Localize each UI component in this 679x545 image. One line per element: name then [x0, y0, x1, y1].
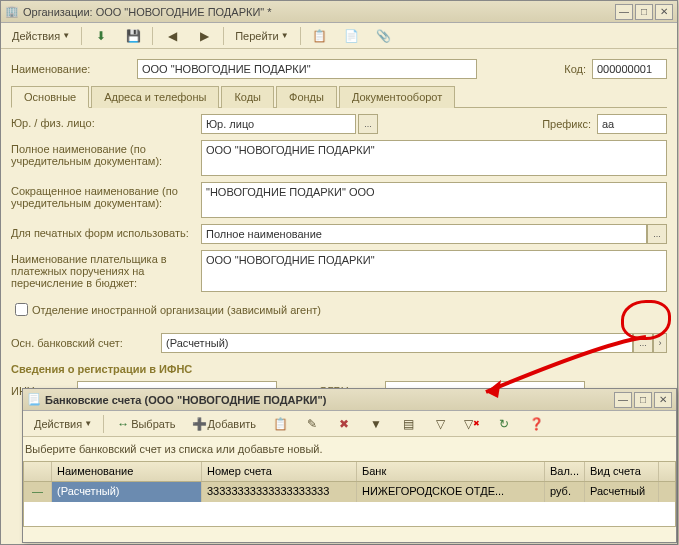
- code-input[interactable]: [592, 59, 667, 79]
- minimize-button[interactable]: —: [615, 4, 633, 20]
- foreign-label: Отделение иностранной организации (завис…: [32, 304, 321, 316]
- save-close-icon[interactable]: ⬇: [86, 26, 116, 46]
- printform-label: Для печатных форм использовать:: [11, 224, 201, 239]
- edit-icon[interactable]: ✎: [297, 414, 327, 434]
- bankacc-picker-button[interactable]: ...: [633, 333, 653, 353]
- copy-icon[interactable]: 📋: [265, 414, 295, 434]
- legal-picker-button[interactable]: ...: [358, 114, 378, 134]
- name-input[interactable]: [137, 59, 477, 79]
- mark-icon[interactable]: ▼: [361, 414, 391, 434]
- tab-main[interactable]: Основные: [11, 86, 89, 108]
- row-number: 33333333333333333333: [202, 482, 357, 502]
- help-icon[interactable]: ❓: [521, 414, 551, 434]
- col-bank[interactable]: Банк: [357, 462, 545, 481]
- legal-input[interactable]: [201, 114, 356, 134]
- report-icon[interactable]: 📋: [305, 26, 335, 46]
- tabs-bar: Основные Адреса и телефоны Коды Фонды До…: [11, 85, 667, 108]
- tab-docflow[interactable]: Документооборот: [339, 86, 455, 108]
- sub-close-button[interactable]: ✕: [654, 392, 672, 408]
- main-toolbar: Действия▼ ⬇ 💾 ◀ ▶ Перейти▼ 📋 📄 📎: [1, 23, 677, 49]
- list-icon: 📃: [27, 393, 41, 407]
- main-titlebar: 🏢 Организации: ООО "НОВОГОДНИЕ ПОДАРКИ" …: [1, 1, 677, 23]
- props-icon[interactable]: ▤: [393, 414, 423, 434]
- code-label: Код:: [564, 63, 586, 75]
- select-button[interactable]: ↔Выбрать: [108, 414, 182, 434]
- save-icon[interactable]: 💾: [118, 26, 148, 46]
- name-label: Наименование:: [11, 63, 131, 75]
- tab-codes[interactable]: Коды: [221, 86, 274, 108]
- nav-forward-icon[interactable]: ▶: [189, 26, 219, 46]
- prefix-label: Префикс:: [542, 118, 591, 130]
- sub-maximize-button[interactable]: □: [634, 392, 652, 408]
- fullname-input[interactable]: ООО "НОВОГОДНИЕ ПОДАРКИ": [201, 140, 667, 176]
- col-number[interactable]: Номер счета: [202, 462, 357, 481]
- payer-input[interactable]: ООО "НОВОГОДНИЕ ПОДАРКИ": [201, 250, 667, 292]
- col-name[interactable]: Наименование: [52, 462, 202, 481]
- filter1-icon[interactable]: ▽: [425, 414, 455, 434]
- row-currency: руб.: [545, 482, 585, 502]
- payer-label: Наименование плательщика в платежных пор…: [11, 250, 201, 289]
- sub-toolbar: Действия▼ ↔Выбрать ➕Добавить 📋 ✎ ✖ ▼ ▤ ▽…: [23, 411, 676, 437]
- delete-icon[interactable]: ✖: [329, 414, 359, 434]
- sub-hint: Выберите банковский счет из списка или д…: [25, 443, 674, 455]
- sub-minimize-button[interactable]: —: [614, 392, 632, 408]
- legal-label: Юр. / физ. лицо:: [11, 114, 201, 129]
- tab-funds[interactable]: Фонды: [276, 86, 337, 108]
- main-content: Наименование: Код: Основные Адреса и тел…: [1, 49, 677, 411]
- fullname-label: Полное наименование (по учредительным до…: [11, 140, 201, 167]
- shortname-label: Сокращенное наименование (по учредительн…: [11, 182, 201, 209]
- bankacc-input[interactable]: [161, 333, 633, 353]
- attach-icon[interactable]: 📎: [369, 26, 399, 46]
- actions-menu[interactable]: Действия▼: [5, 26, 77, 46]
- col-type[interactable]: Вид счета: [585, 462, 659, 481]
- navigate-menu[interactable]: Перейти▼: [228, 26, 296, 46]
- bank-accounts-window: 📃 Банковские счета (ООО "НОВОГОДНИЕ ПОДА…: [22, 388, 677, 543]
- grid-header: Наименование Номер счета Банк Вал... Вид…: [24, 462, 675, 482]
- ifns-section-title: Сведения о регистрации в ИФНС: [11, 363, 667, 375]
- row-name: (Расчетный): [52, 482, 202, 502]
- accounts-grid: Наименование Номер счета Банк Вал... Вид…: [23, 461, 676, 527]
- add-button[interactable]: ➕Добавить: [184, 414, 263, 434]
- bankacc-open-button[interactable]: ›: [653, 333, 667, 353]
- row-type: Расчетный: [585, 482, 659, 502]
- printform-input[interactable]: [201, 224, 647, 244]
- maximize-button[interactable]: □: [635, 4, 653, 20]
- tab-addresses[interactable]: Адреса и телефоны: [91, 86, 219, 108]
- col-currency[interactable]: Вал...: [545, 462, 585, 481]
- prefix-input[interactable]: [597, 114, 667, 134]
- foreign-checkbox[interactable]: [15, 303, 28, 316]
- doc-icon[interactable]: 📄: [337, 26, 367, 46]
- shortname-input[interactable]: "НОВОГОДНИЕ ПОДАРКИ" ООО: [201, 182, 667, 218]
- close-button[interactable]: ✕: [655, 4, 673, 20]
- main-title: Организации: ООО "НОВОГОДНИЕ ПОДАРКИ" *: [23, 6, 613, 18]
- filter-off-icon[interactable]: ▽✖: [457, 414, 487, 434]
- row-bank: НИЖЕГОРОДСКОЕ ОТДЕ...: [357, 482, 545, 502]
- refresh-icon[interactable]: ↻: [489, 414, 519, 434]
- nav-back-icon[interactable]: ◀: [157, 26, 187, 46]
- col-indicator[interactable]: [24, 462, 52, 481]
- app-icon: 🏢: [5, 5, 19, 19]
- sub-actions-menu[interactable]: Действия▼: [27, 414, 99, 434]
- row-indicator-icon: —: [24, 482, 52, 502]
- sub-title: Банковские счета (ООО "НОВОГОДНИЕ ПОДАРК…: [45, 394, 612, 406]
- printform-picker-button[interactable]: ...: [647, 224, 667, 244]
- sub-titlebar: 📃 Банковские счета (ООО "НОВОГОДНИЕ ПОДА…: [23, 389, 676, 411]
- table-row[interactable]: — (Расчетный) 33333333333333333333 НИЖЕГ…: [24, 482, 675, 502]
- bankacc-label: Осн. банковский счет:: [11, 337, 161, 349]
